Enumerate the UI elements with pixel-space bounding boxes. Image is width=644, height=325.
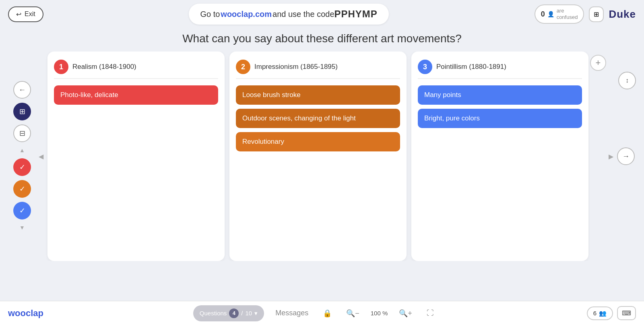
columns-wrapper: 1 Realism (1848-1900) Photo-like, delica… — [46, 52, 590, 261]
zoom-in-icon: 🔍+ — [399, 309, 412, 317]
grid-icon: ⊞ — [594, 11, 599, 18]
column-1-items: Photo-like, delicate — [54, 85, 218, 105]
keyboard-button[interactable]: ⌨ — [617, 306, 636, 320]
column-3-badge: 3 — [418, 60, 432, 74]
item-text: Outdoor scenes, changing of the light — [242, 114, 356, 122]
column-3-number: 3 — [423, 63, 427, 71]
column-2-badge: 2 — [236, 60, 250, 74]
zoom-level: 100 % — [371, 310, 388, 317]
column-3-header: 3 Pointillism (1880-1891) — [418, 60, 582, 79]
list-item[interactable]: Loose brush stroke — [236, 85, 400, 105]
column-2-number: 2 — [241, 63, 245, 71]
dropdown-chevron-icon: ▾ — [254, 310, 258, 317]
footer-participants[interactable]: 6 👥 — [587, 306, 613, 320]
tool-red-button[interactable]: ✓ — [13, 158, 31, 176]
exit-icon: ↩ — [16, 10, 21, 18]
keyboard-icon: ⌨ — [622, 310, 631, 317]
back-nav-button[interactable]: ← — [13, 81, 31, 99]
grid-nav-icon: ⊞ — [19, 107, 25, 116]
questions-label: Questions — [200, 310, 227, 317]
tool-orange-button[interactable]: ✓ — [13, 180, 31, 198]
separator: / — [241, 310, 243, 317]
left-collapse-icon: ◀ — [39, 153, 43, 160]
exit-label: Exit — [25, 10, 35, 18]
join-code: PPHYMP — [334, 8, 378, 20]
footer-center: Questions 4 / 10 ▾ Messages 🔒 🔍− 100 % 🔍… — [193, 305, 437, 321]
list-item[interactable]: Bright, pure colors — [418, 109, 582, 128]
footer-right: 6 👥 ⌨ — [587, 306, 636, 320]
check-icon-blue: ✓ — [19, 206, 25, 215]
column-3-items: Many points Bright, pure colors — [418, 85, 582, 128]
column-2-header: 2 Impressionism (1865-1895) — [236, 60, 400, 79]
fullscreen-icon: ⛶ — [427, 309, 434, 317]
next-nav-button[interactable]: → — [617, 147, 635, 165]
column-1-title: Realism (1848-1900) — [72, 63, 136, 71]
messages-label: Messages — [275, 309, 308, 317]
participants-count: 0 — [541, 10, 545, 19]
column-1-badge: 1 — [54, 60, 68, 74]
wooclap-logo: wooclap — [8, 308, 43, 319]
header-right: 0 👤 areconfused ⊞ Duke — [535, 4, 636, 23]
column-2: 2 Impressionism (1865-1895) Loose brush … — [229, 52, 407, 261]
fullscreen-button[interactable]: ⛶ — [423, 307, 437, 319]
code-prefix: Go to — [200, 10, 220, 19]
right-scroll-handle[interactable]: ▶ — [606, 52, 616, 261]
up-arrow-small[interactable]: ▲ — [19, 146, 26, 154]
list-item[interactable]: Outdoor scenes, changing of the light — [236, 109, 400, 128]
list-item[interactable]: Many points — [418, 85, 582, 105]
footer-participants-count: 6 — [593, 310, 597, 317]
item-text: Photo-like, delicate — [60, 91, 118, 99]
item-text: Many points — [424, 91, 461, 99]
add-column-button[interactable]: + — [590, 55, 606, 71]
column-3-title: Pointillism (1880-1891) — [436, 63, 506, 71]
total-questions: 10 — [246, 310, 252, 317]
confused-label: areconfused — [557, 8, 578, 20]
zoom-out-button[interactable]: 🔍− — [343, 307, 363, 319]
back-arrow-icon: ← — [19, 86, 26, 94]
down-arrow-small[interactable]: ▼ — [19, 224, 26, 232]
join-code-box: Go to wooclap.com and use the code PPHYM… — [189, 4, 388, 25]
item-text: Revolutionary — [242, 138, 284, 145]
person-icon: 👤 — [547, 11, 554, 17]
question-title: What can you say about these different a… — [0, 32, 644, 45]
column-3: 3 Pointillism (1880-1891) Many points Br… — [411, 52, 588, 261]
tool-blue-button[interactable]: ✓ — [13, 202, 31, 219]
questions-dropdown[interactable]: Questions 4 / 10 ▾ — [193, 305, 264, 321]
column-2-items: Loose brush stroke Outdoor scenes, chang… — [236, 85, 400, 151]
item-text: Loose brush stroke — [242, 91, 301, 99]
zoom-out-icon: 🔍− — [346, 309, 359, 317]
column-2-title: Impressionism (1865-1895) — [254, 63, 338, 71]
duke-logo: Duke — [609, 8, 636, 21]
main-area: ← ⊞ ⊟ ▲ ✓ ✓ ✓ ▼ ◀ 1 Realism ( — [0, 52, 644, 261]
check-icon-orange: ✓ — [19, 184, 25, 193]
left-scroll-handle[interactable]: ◀ — [36, 52, 46, 261]
people-icon: 👥 — [599, 310, 607, 317]
zoom-in-button[interactable]: 🔍+ — [396, 307, 415, 319]
list-item[interactable]: Revolutionary — [236, 132, 400, 151]
messages-button[interactable]: Messages — [272, 307, 312, 319]
column-1-header: 1 Realism (1848-1900) — [54, 60, 218, 79]
header: ↩ Exit Go to wooclap.com and use the cod… — [0, 0, 644, 28]
current-question-number: 4 — [229, 308, 239, 318]
grid-view-button[interactable]: ⊞ — [589, 6, 604, 22]
code-middle: and use the code — [272, 10, 334, 19]
grid-nav-button[interactable]: ⊞ — [13, 103, 31, 120]
left-sidebar: ← ⊞ ⊟ ▲ ✓ ✓ ✓ ▼ — [8, 52, 36, 261]
participants-badge: 0 👤 areconfused — [535, 4, 584, 23]
footer: wooclap Questions 4 / 10 ▾ Messages 🔒 🔍−… — [0, 301, 644, 325]
site-name: wooclap.com — [221, 10, 272, 19]
table-nav-icon: ⊟ — [19, 129, 25, 138]
check-icon-red: ✓ — [19, 163, 25, 172]
table-nav-button[interactable]: ⊟ — [13, 124, 31, 142]
item-text: Bright, pure colors — [424, 114, 480, 122]
lock-icon-button[interactable]: 🔒 — [320, 307, 335, 319]
plus-icon: + — [596, 58, 601, 68]
exit-button[interactable]: ↩ Exit — [8, 6, 43, 22]
up-down-nav-button[interactable]: ↕ — [618, 72, 636, 89]
list-item[interactable]: Photo-like, delicate — [54, 85, 218, 105]
right-expand-icon: ▶ — [609, 153, 613, 160]
column-1: 1 Realism (1848-1900) Photo-like, delica… — [47, 52, 225, 261]
column-1-number: 1 — [59, 63, 63, 71]
forward-arrow-icon: → — [622, 152, 630, 161]
up-down-arrow-icon: ↕ — [625, 77, 629, 84]
